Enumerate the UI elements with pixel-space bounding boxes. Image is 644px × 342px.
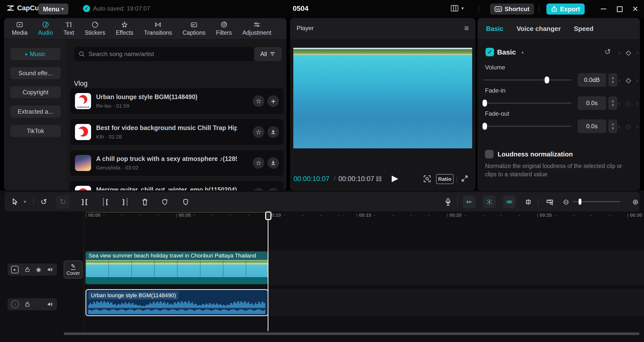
tab-effects[interactable]: Effects xyxy=(110,21,139,36)
fade-out-value[interactable]: 0.0s xyxy=(578,119,606,133)
song-search-bar[interactable] xyxy=(74,47,257,61)
smart-mask-ai-button[interactable]: AI xyxy=(159,192,171,211)
next-keyframe-icon[interactable]: › xyxy=(636,123,638,131)
tab-audio[interactable]: Audio xyxy=(33,21,58,36)
fade-in-value[interactable]: 0.0s xyxy=(578,96,606,110)
tab-captions[interactable]: Captions xyxy=(177,21,211,36)
keyframe-diamond-icon[interactable]: ◇ xyxy=(626,49,631,57)
cursor-tool-button[interactable] xyxy=(9,192,20,211)
timeline-horizontal-scrollbar[interactable] xyxy=(64,332,639,335)
stepper-up-icon[interactable]: ∧ xyxy=(612,76,614,80)
timeline-scale-button[interactable] xyxy=(543,192,556,211)
next-keyframe-icon[interactable]: › xyxy=(636,49,638,57)
keyframe-diamond-icon[interactable]: ◇ xyxy=(626,100,631,107)
preview-highlight-toggle[interactable] xyxy=(483,196,496,208)
fade-out-stepper[interactable]: ∧∨ xyxy=(608,119,617,133)
redo-button[interactable]: ↻ xyxy=(57,192,69,211)
player-menu-icon[interactable]: ≡ xyxy=(464,24,469,33)
prev-keyframe-icon[interactable]: ‹ xyxy=(618,123,621,131)
link-clips-toggle[interactable] xyxy=(503,196,516,208)
sidebar-item-music[interactable]: ▸ Music xyxy=(10,48,61,60)
fade-in-slider[interactable] xyxy=(484,103,572,104)
video-clip[interactable]: Sea view summer beach holiday travel in … xyxy=(86,251,268,284)
stepper-up-icon[interactable]: ∧ xyxy=(612,122,614,126)
focus-zoom-icon[interactable] xyxy=(423,175,431,183)
download-button[interactable] xyxy=(267,188,279,190)
stepper-up-icon[interactable]: ∧ xyxy=(612,99,614,103)
visibility-eye-icon[interactable]: ◉ xyxy=(36,266,41,273)
download-button[interactable] xyxy=(267,157,279,169)
sidebar-item-sound-effects[interactable]: Sound effe... xyxy=(10,67,61,79)
favorite-star-button[interactable]: ☆ xyxy=(253,126,264,138)
mask-button[interactable] xyxy=(180,192,192,211)
preview-quality-icon[interactable] xyxy=(375,175,383,183)
add-to-timeline-button[interactable]: ＋ xyxy=(267,95,279,107)
volume-stepper[interactable]: ∧∨ xyxy=(608,73,617,87)
volume-value[interactable]: 0.0dB xyxy=(578,73,606,87)
zoom-in-button[interactable]: ⊕ xyxy=(630,192,641,211)
favorite-star-button[interactable]: ☆ xyxy=(253,95,264,107)
stepper-down-icon[interactable]: ∨ xyxy=(612,80,614,84)
window-maximize-button[interactable] xyxy=(617,6,623,12)
playhead-line[interactable] xyxy=(268,211,268,331)
export-button[interactable]: Export xyxy=(546,4,585,15)
lock-icon[interactable] xyxy=(24,301,30,308)
song-item[interactable]: A chill pop truck with a sexy atmosphere… xyxy=(70,150,284,176)
menu-button[interactable]: Menu ▾ xyxy=(38,4,68,15)
fullscreen-icon[interactable] xyxy=(461,175,469,183)
timeline-zoom-thumb[interactable] xyxy=(579,199,581,205)
split-button[interactable]: ][ xyxy=(78,192,91,211)
tab-text[interactable]: TI Text xyxy=(58,21,79,36)
tab-speed[interactable]: Speed xyxy=(574,25,593,33)
fade-out-slider-thumb[interactable] xyxy=(482,123,487,130)
search-input[interactable] xyxy=(88,50,240,58)
layout-switcher-button[interactable]: ▾ xyxy=(450,5,464,12)
window-close-button[interactable]: × xyxy=(632,3,638,15)
prev-keyframe-icon[interactable]: ‹ xyxy=(618,100,621,107)
volume-slider-thumb[interactable] xyxy=(545,76,549,83)
stepper-down-icon[interactable]: ∨ xyxy=(612,103,614,107)
fade-in-stepper[interactable]: ∧∨ xyxy=(608,96,617,110)
tab-stickers[interactable]: Stickers xyxy=(79,21,111,36)
window-minimize-button[interactable] xyxy=(601,9,606,9)
download-button[interactable] xyxy=(267,126,279,138)
favorite-star-button[interactable]: ☆ xyxy=(253,188,264,190)
fade-in-slider-thumb[interactable] xyxy=(482,100,487,107)
basic-section-checkbox[interactable]: ✓ xyxy=(486,48,494,56)
tab-transitions[interactable]: Transitions xyxy=(139,21,177,36)
timeline-zoom-slider[interactable] xyxy=(573,201,620,202)
tab-basic[interactable]: Basic xyxy=(486,25,503,33)
delete-left-button[interactable]: ┊[ xyxy=(98,192,112,211)
zoom-out-button[interactable]: ⊖ xyxy=(560,192,572,211)
collapse-up-icon[interactable]: ▲ xyxy=(521,50,525,54)
tab-filters[interactable]: Filters xyxy=(211,21,237,36)
auto-snap-toggle[interactable] xyxy=(463,196,475,208)
speaker-icon[interactable] xyxy=(47,301,53,308)
audio-clip[interactable]: Urban lounge style BGM(1148490) xyxy=(86,289,268,316)
shortcut-button[interactable]: Shortcut xyxy=(490,4,534,15)
song-item[interactable]: Audiostock Urban lounge style BGM(114849… xyxy=(70,88,284,114)
record-voiceover-button[interactable] xyxy=(442,192,454,211)
keyframe-diamond-icon[interactable]: ◇ xyxy=(626,123,631,131)
cursor-tool-dropdown[interactable]: ▾ xyxy=(21,192,29,211)
sidebar-item-extracted-audio[interactable]: Extracted a... xyxy=(10,106,61,118)
prev-keyframe-icon[interactable]: ‹ xyxy=(618,49,621,57)
tab-adjustment[interactable]: Adjustment xyxy=(237,21,276,36)
ratio-button[interactable]: Ratio xyxy=(436,174,454,184)
keyframe-diamond-icon[interactable]: ◇ xyxy=(626,76,631,84)
undo-button[interactable]: ↺ xyxy=(38,192,50,211)
speaker-icon[interactable] xyxy=(47,266,53,273)
play-button[interactable]: ▶ xyxy=(392,173,398,183)
cover-button[interactable]: ✎ Cover xyxy=(64,261,83,279)
stepper-down-icon[interactable]: ∨ xyxy=(612,126,614,130)
volume-slider[interactable] xyxy=(484,79,572,80)
filter-all-button[interactable]: All xyxy=(254,47,282,61)
song-item[interactable]: Merrow guitar, chill out, winter, emo b(… xyxy=(70,181,284,190)
tab-voice-changer[interactable]: Voice changer xyxy=(516,25,561,33)
song-item[interactable]: Best for video background music Chill Tr… xyxy=(70,119,284,145)
delete-button[interactable] xyxy=(139,192,151,211)
prev-keyframe-icon[interactable]: ‹ xyxy=(618,76,621,84)
delete-right-button[interactable]: ]┊ xyxy=(118,192,132,211)
lock-icon[interactable] xyxy=(24,266,30,273)
next-keyframe-icon[interactable]: › xyxy=(636,76,638,84)
